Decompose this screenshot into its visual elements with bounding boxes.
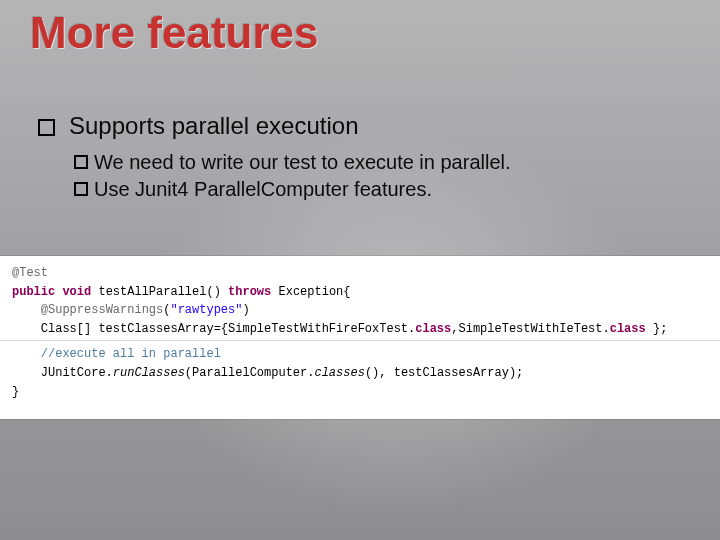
code-token: Class[] testClassesArray={SimpleTestWith… bbox=[12, 322, 415, 336]
code-token: }; bbox=[646, 322, 668, 336]
code-token: class bbox=[415, 322, 451, 336]
code-token: //execute all in parallel bbox=[12, 347, 221, 361]
square-bullet-icon bbox=[38, 119, 55, 136]
code-token: class bbox=[610, 322, 646, 336]
code-token: public bbox=[12, 285, 55, 299]
code-token: @Test bbox=[12, 266, 48, 280]
bullet-level1: Supports parallel execution bbox=[38, 112, 678, 141]
code-token: @SuppressWarnings bbox=[41, 303, 163, 317]
bullet-level2a-text: We need to write our test to execute in … bbox=[94, 149, 511, 176]
code-token: (), testClassesArray); bbox=[365, 366, 523, 380]
code-token: Exception{ bbox=[271, 285, 350, 299]
bullet-level1-text: Supports parallel execution bbox=[69, 112, 359, 141]
divider bbox=[0, 340, 720, 341]
code-token: ) bbox=[242, 303, 249, 317]
code-token: } bbox=[12, 385, 19, 399]
bullet-level2: We need to write our test to execute in … bbox=[74, 149, 678, 176]
slide: More features Supports parallel executio… bbox=[0, 0, 720, 540]
square-bullet-icon bbox=[74, 182, 88, 196]
bullet-level2b-text: Use Junit4 ParallelComputer features. bbox=[94, 176, 432, 203]
code-token: JUnitCore. bbox=[12, 366, 113, 380]
code-snippet: @Test public void testAllParallel() thro… bbox=[0, 256, 720, 419]
code-token: void bbox=[62, 285, 91, 299]
code-token: (ParallelComputer. bbox=[185, 366, 315, 380]
slide-title: More features bbox=[30, 8, 319, 58]
bullet-list: Supports parallel execution We need to w… bbox=[38, 112, 678, 203]
code-token: ,SimpleTestWithIeTest. bbox=[451, 322, 609, 336]
code-token bbox=[12, 303, 41, 317]
code-token: "rawtypes" bbox=[170, 303, 242, 317]
code-token: classes bbox=[314, 366, 364, 380]
code-token: testAllParallel() bbox=[91, 285, 228, 299]
code-token: throws bbox=[228, 285, 271, 299]
code-token: runClasses bbox=[113, 366, 185, 380]
bullet-level2: Use Junit4 ParallelComputer features. bbox=[74, 176, 678, 203]
square-bullet-icon bbox=[74, 155, 88, 169]
